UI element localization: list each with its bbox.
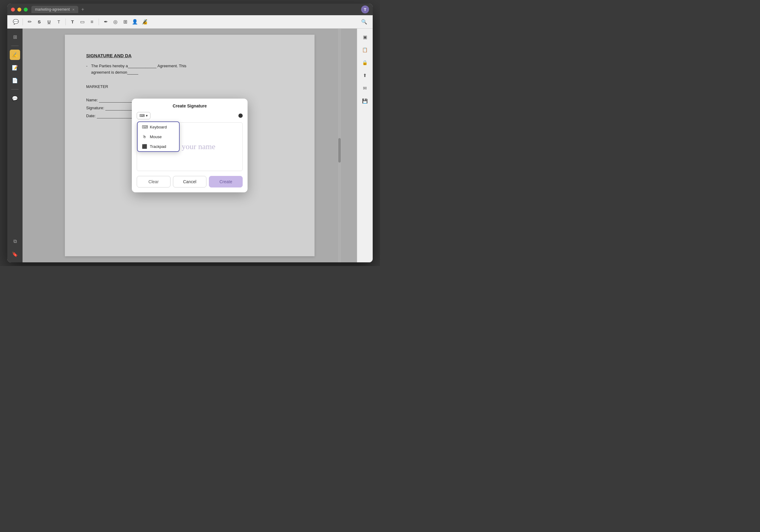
save-icon[interactable]: 💾: [359, 96, 370, 107]
sidebar-comment-icon[interactable]: 💬: [10, 93, 20, 104]
sidebar-right: ▣ 📋 🔒 ⬆ ✉ 💾: [357, 28, 373, 262]
traffic-lights: [11, 8, 28, 12]
text-toolbar-icon[interactable]: T: [54, 17, 64, 27]
color-picker-dot[interactable]: [238, 113, 243, 118]
ocr-icon[interactable]: ▣: [359, 32, 370, 43]
modal-overlay: Create Signature ⌨ ▾ ⌨ Keyboard: [23, 28, 357, 262]
cancel-button[interactable]: Cancel: [173, 176, 207, 188]
trackpad-option[interactable]: ⬛ Trackpad: [138, 142, 179, 151]
close-button[interactable]: [11, 8, 15, 12]
comment-toolbar-icon[interactable]: 💬: [11, 17, 21, 27]
sidebar-edit-icon[interactable]: ✍: [10, 50, 20, 60]
create-button[interactable]: Create: [209, 176, 243, 188]
tab-label: marketing-agreement: [35, 7, 70, 12]
list-toolbar-icon[interactable]: ≡: [87, 17, 97, 27]
input-type-menu: ⌨ Keyboard 🖱 Mouse ⬛ Trackpad: [137, 121, 180, 152]
document-area: SIGNATURE AND DA - The Parties hereby a_…: [23, 28, 357, 262]
modal-title: Create Signature: [132, 99, 248, 112]
sidebar-divider1: [11, 46, 19, 46]
lock-icon[interactable]: 🔒: [359, 57, 370, 68]
textbox-toolbar-icon[interactable]: ▭: [77, 17, 87, 27]
main-layout: ⊞ ✍ 📝 📄 💬 ⧉ 🔖 SIGNATURE AND DA - The Par…: [7, 28, 373, 262]
underline-toolbar-icon[interactable]: U: [44, 17, 54, 27]
strikethrough-toolbar-icon[interactable]: S: [34, 17, 44, 27]
sidebar-left: ⊞ ✍ 📝 📄 💬 ⧉ 🔖: [7, 28, 23, 262]
trackpad-menu-icon: ⬛: [142, 144, 147, 149]
maximize-button[interactable]: [24, 8, 28, 12]
divider3: [99, 19, 99, 25]
tab-close-icon[interactable]: ✕: [72, 8, 74, 11]
clear-button[interactable]: Clear: [137, 176, 170, 188]
keyboard-icon: ⌨: [139, 113, 145, 118]
sidebar-layers-icon[interactable]: ⧉: [10, 236, 20, 246]
modal-footer: Clear Cancel Create: [132, 171, 248, 192]
title-bar: marketing-agreement ✕ + T: [7, 4, 373, 15]
person-toolbar-icon[interactable]: 👤: [130, 17, 140, 27]
toolbar: 💬 ✏ S U T T ▭ ≡ ✒ ◎ ⊞ 👤 🔏 🔍: [7, 15, 373, 28]
mouse-option[interactable]: 🖱 Mouse: [138, 132, 179, 142]
minimize-button[interactable]: [17, 8, 21, 12]
sidebar-page-icon[interactable]: 📄: [10, 75, 20, 85]
image-toolbar-icon[interactable]: ⊞: [120, 17, 130, 27]
trackpad-label: Trackpad: [150, 144, 166, 149]
tab-add-button[interactable]: +: [81, 7, 84, 12]
pages-icon[interactable]: 📋: [359, 44, 370, 55]
sidebar-form-icon[interactable]: 📝: [10, 63, 20, 73]
mouse-menu-icon: 🖱: [142, 134, 147, 139]
create-signature-modal: Create Signature ⌨ ▾ ⌨ Keyboard: [132, 99, 248, 192]
sidebar-bookmark-icon[interactable]: 🔖: [10, 249, 20, 259]
bold-text-toolbar-icon[interactable]: T: [68, 17, 77, 27]
input-type-dropdown[interactable]: ⌨ ▾ ⌨ Keyboard 🖱 Mouse: [137, 112, 150, 119]
keyboard-menu-icon: ⌨: [142, 124, 147, 129]
mail-icon[interactable]: ✉: [359, 83, 370, 94]
app-window: marketing-agreement ✕ + T 💬 ✏ S U T T ▭ …: [7, 4, 373, 262]
divider: [23, 19, 23, 25]
share-icon[interactable]: ⬆: [359, 70, 370, 81]
modal-toolbar: ⌨ ▾ ⌨ Keyboard 🖱 Mouse: [132, 112, 248, 122]
keyboard-label: Keyboard: [150, 125, 167, 129]
shape-toolbar-icon[interactable]: ◎: [111, 17, 120, 27]
sidebar-panel-icon[interactable]: ⊞: [10, 32, 20, 42]
dropdown-arrow-icon: ▾: [146, 113, 148, 118]
draw-toolbar-icon[interactable]: ✒: [101, 17, 111, 27]
tab-marketing-agreement[interactable]: marketing-agreement ✕: [31, 6, 78, 13]
mouse-label: Mouse: [150, 135, 162, 139]
left-edge-marker: [15, 57, 18, 60]
search-toolbar-icon[interactable]: 🔍: [359, 17, 369, 27]
pencil-toolbar-icon[interactable]: ✏: [25, 17, 34, 27]
divider2: [66, 19, 66, 25]
keyboard-option[interactable]: ⌨ Keyboard: [138, 122, 179, 132]
stamp-toolbar-icon[interactable]: 🔏: [140, 17, 150, 27]
avatar: T: [361, 6, 369, 13]
